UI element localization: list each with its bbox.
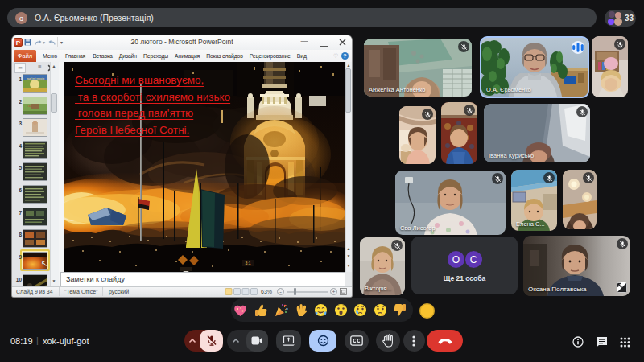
- svg-text:пам'яті героїв: пам'яті героїв: [27, 77, 44, 80]
- svg-text:3:1: 3:1: [246, 261, 251, 265]
- svg-text:Та: Та: [27, 105, 31, 108]
